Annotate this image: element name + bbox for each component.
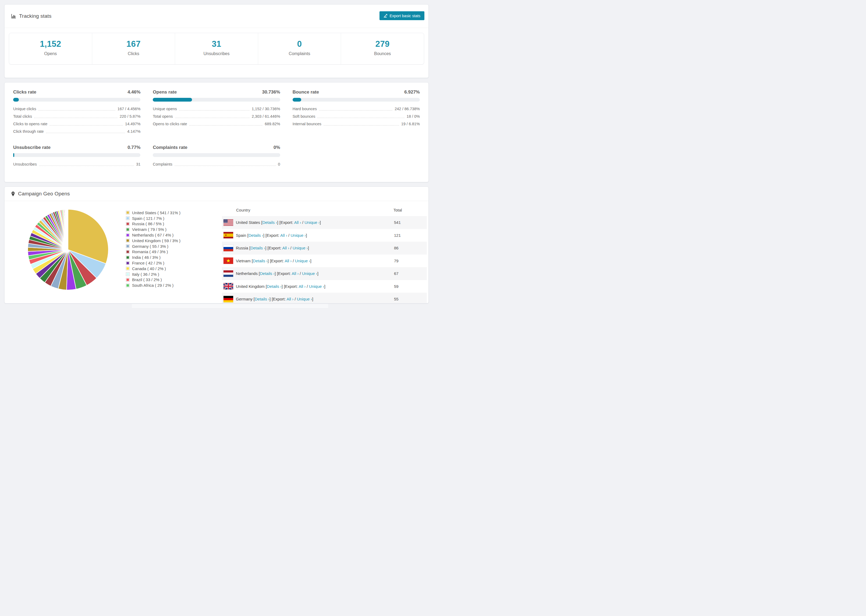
rate-title: Opens rate [153, 90, 177, 95]
rate-title: Complaints rate [153, 145, 187, 150]
legend-swatch [126, 278, 130, 282]
rate-stat-row: Hard bounces 242 / 86.738% [293, 105, 420, 113]
geo-country-cell: Germany [Details ›] [Export: All › / Uni… [236, 297, 313, 301]
details-link[interactable]: Details › [249, 233, 263, 237]
legend-item-united-kingdom: United Kingdom ( 59 / 3% ) [126, 238, 181, 244]
geo-total-cell: 55 [394, 297, 398, 301]
legend-item-italy: Italy ( 36 / 2% ) [126, 272, 181, 277]
rate-stat-label: Hard bounces [293, 107, 317, 111]
total-column-header: Total [394, 208, 402, 212]
geo-total-cell: 121 [394, 233, 401, 237]
stat-tile-bounces: 279 Bounces [341, 33, 424, 64]
dotted-leader [175, 165, 276, 166]
export-unique-link[interactable]: Unique › [295, 259, 310, 263]
map-pin-icon [11, 191, 15, 196]
export-all-link[interactable]: All › [285, 259, 291, 263]
export-icon [384, 14, 387, 18]
flag-icon-us [224, 219, 233, 226]
flag-icon-ru [224, 245, 233, 251]
bar-chart-icon [11, 14, 16, 19]
rate-block-bounce-rate: Bounce rate 6.927% Hard bounces 242 / 86… [293, 90, 420, 135]
geo-total-cell: 79 [394, 259, 398, 263]
geo-country-cell: Netherlands [Details ›] [Export: All › /… [236, 271, 318, 276]
export-all-link[interactable]: All › [280, 233, 287, 237]
details-link[interactable]: Details › [260, 271, 275, 276]
export-all-link[interactable]: All › [294, 220, 301, 225]
export-all-link[interactable]: All › [282, 246, 290, 250]
legend-swatch [126, 272, 130, 276]
rate-stat-value: 689.82% [265, 122, 280, 126]
rate-progress-fill [153, 98, 192, 102]
rate-stat-value: 31 [136, 162, 140, 167]
export-all-link[interactable]: All › [287, 297, 293, 301]
rate-stat-value: 0 [278, 162, 280, 167]
export-unique-link[interactable]: Unique › [304, 220, 320, 225]
dotted-leader [175, 118, 250, 118]
legend-item-netherlands: Netherlands ( 67 / 4% ) [126, 232, 181, 238]
rate-stat-row: Unique opens 1,152 / 30.736% [153, 105, 280, 113]
stat-label: Complaints [258, 51, 341, 56]
flag-icon-vn [224, 258, 233, 264]
export-unique-link[interactable]: Unique › [297, 297, 312, 301]
rate-stat-label: Opens to clicks rate [153, 122, 187, 126]
geo-table-row-netherlands: Netherlands [Details ›] [Export: All › /… [222, 267, 427, 280]
geo-country-cell: Russia [Details ›] [Export: All › / Uniq… [236, 246, 309, 250]
geo-country-cell: Vietnam [Details ›] [Export: All › / Uni… [236, 259, 312, 263]
export-unique-link[interactable]: Unique › [290, 233, 306, 237]
stat-tile-opens: 1,152 Opens [9, 33, 92, 64]
dotted-leader [324, 125, 399, 126]
details-link[interactable]: Details › [255, 297, 269, 301]
legend-label: United States ( 541 / 31% ) [132, 211, 181, 215]
export-basic-stats-button[interactable]: Export basic stats [379, 11, 424, 20]
geo-header: Campaign Geo Opens [5, 187, 428, 201]
legend-label: India ( 46 / 3% ) [132, 255, 161, 259]
details-link[interactable]: Details › [262, 220, 277, 225]
stat-label: Opens [9, 51, 92, 56]
rate-progress-track [153, 153, 280, 157]
rate-stat-label: Click through rate [13, 129, 44, 134]
rate-progress-fill [13, 98, 19, 102]
rate-stat-row: Total clicks 220 / 5.87% [13, 113, 140, 120]
geo-table-body: United States [Details ›] [Export: All ›… [222, 216, 427, 303]
legend-item-russia: Russia ( 86 / 5% ) [126, 221, 181, 227]
geo-country-cell: United Kingdom [Details ›] [Export: All … [236, 284, 326, 289]
pie-legend: United States ( 541 / 31% ) Spain ( 121 … [126, 210, 181, 288]
legend-label: Vietnam ( 79 / 5% ) [132, 227, 167, 232]
legend-swatch [126, 267, 130, 270]
geo-table-row-united-states: United States [Details ›] [Export: All ›… [222, 216, 427, 229]
rate-progress-track [13, 98, 140, 102]
geo-table-row-vietnam: Vietnam [Details ›] [Export: All › / Uni… [222, 255, 427, 267]
country-column-header: Country [222, 208, 250, 212]
stat-value: 167 [92, 39, 175, 49]
legend-item-germany: Germany ( 55 / 3% ) [126, 244, 181, 249]
export-all-link[interactable]: All › [292, 271, 299, 276]
export-unique-link[interactable]: Unique › [293, 246, 308, 250]
rate-stat-value: 18 / 0% [407, 114, 420, 118]
stat-label: Bounces [341, 51, 424, 56]
legend-item-vietnam: Vietnam ( 79 / 5% ) [126, 226, 181, 232]
geo-table-row-germany: Germany [Details ›] [Export: All › / Uni… [222, 293, 427, 303]
geo-table: Country Total United States [Details ›] … [222, 204, 427, 303]
details-link[interactable]: Details › [253, 259, 268, 263]
details-link[interactable]: Details › [250, 246, 265, 250]
geo-country-cell: Spain [Details ›] [Export: All › / Uniqu… [236, 233, 307, 237]
rate-stat-row: Unique clicks 167 / 4.456% [13, 105, 140, 113]
rate-stat-value: 14.497% [125, 122, 140, 126]
tracking-stats-title: Tracking stats [19, 13, 51, 19]
stats-summary-row: 1,152 Opens167 Clicks31 Unsubscribes0 Co… [9, 33, 424, 64]
legend-swatch [126, 211, 130, 214]
legend-label: France ( 42 / 2% ) [132, 261, 164, 265]
rate-stat-value: 1,152 / 30.736% [252, 107, 280, 111]
export-unique-link[interactable]: Unique › [302, 271, 317, 276]
rate-title: Bounce rate [293, 90, 319, 95]
rate-value: 0.77% [128, 145, 140, 150]
legend-label: Brazil ( 33 / 2% ) [132, 277, 162, 282]
export-all-link[interactable]: All › [299, 284, 305, 289]
legend-label: South Africa ( 29 / 2% ) [132, 283, 173, 288]
details-link[interactable]: Details › [267, 284, 282, 289]
geo-table-row-russia: Russia [Details ›] [Export: All › / Uniq… [222, 242, 427, 255]
rate-stat-value: 242 / 86.738% [395, 107, 420, 111]
export-unique-link[interactable]: Unique › [309, 284, 324, 289]
legend-swatch [126, 256, 130, 259]
legend-item-canada: Canada ( 40 / 2% ) [126, 266, 181, 272]
